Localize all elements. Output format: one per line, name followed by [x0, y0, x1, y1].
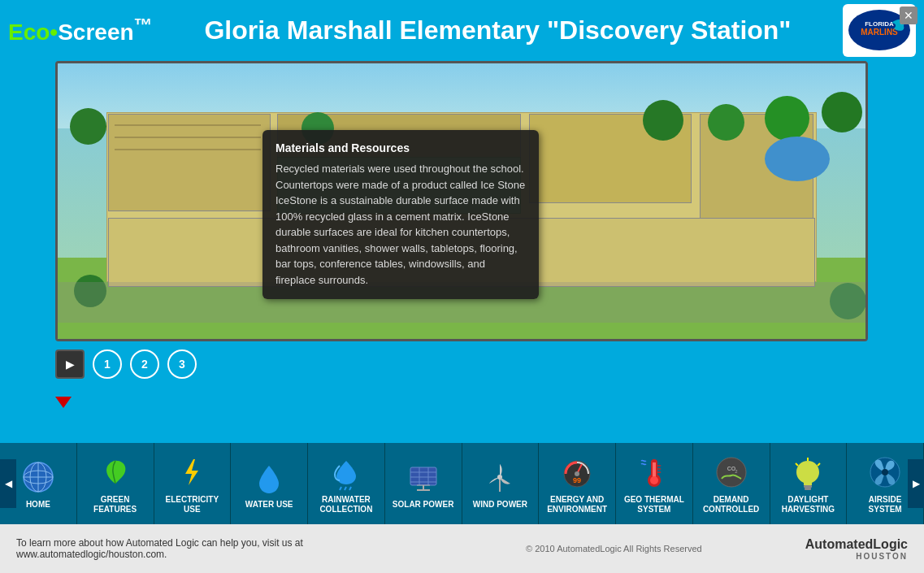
close-button[interactable]: ✕ [900, 7, 917, 24]
nav-wind[interactable]: WIND POWER [462, 443, 540, 524]
slide-1-button[interactable]: 1 [93, 349, 122, 379]
svg-line-10 [340, 487, 341, 490]
svg-point-44 [882, 469, 888, 475]
logo-tm: ™ [134, 15, 153, 36]
wind-turbine-icon [480, 458, 519, 497]
scroll-left-button[interactable]: ◀ [0, 459, 16, 508]
info-tooltip: Materials and Resources Recycled materia… [262, 130, 539, 299]
footer-info-text: To learn more about how Automated Logic … [16, 537, 423, 560]
logo-eco: Eco [8, 20, 50, 46]
svg-line-41 [796, 463, 798, 466]
logo-screen: Screen [58, 20, 133, 46]
lightbulb-icon [788, 453, 827, 492]
svg-marker-9 [185, 459, 198, 485]
svg-point-34 [650, 476, 658, 484]
thermometer-icon [635, 453, 674, 492]
footer: To learn more about how Automated Logic … [0, 524, 924, 573]
logo-area: Eco•Screen™ [8, 15, 153, 46]
nav-water-label: WATER USE [245, 500, 293, 510]
home-globe-icon [19, 458, 58, 497]
footer-copyright: © 2010 AutomatedLogic All Rights Reserve… [526, 544, 702, 553]
nav-wind-label: WIND POWER [473, 500, 527, 510]
play-button[interactable]: ▶ [55, 349, 85, 379]
nav-geothermal-label: GEO THERMALSYSTEM [624, 495, 684, 514]
bottom-navigation: ◀ HOME GREENFEATURES [0, 443, 924, 524]
nav-energy[interactable]: 99 ENERGY ANDENVIRONMENT [539, 443, 616, 524]
tooltip-title: Materials and Resources [275, 141, 526, 154]
slide-3-button[interactable]: 3 [167, 349, 197, 379]
svg-line-12 [349, 487, 351, 490]
leaf-icon [96, 453, 135, 492]
nav-demand-label: DEMANDCONTROLLED [703, 495, 759, 514]
selection-arrow [55, 397, 72, 408]
nav-green-label: GREENFEATURES [93, 495, 137, 514]
slide-2-button[interactable]: 2 [130, 349, 159, 379]
nav-daylight-label: DAYLIGHTHARVESTING [782, 495, 835, 514]
slideshow-controls: ▶ 1 2 3 [0, 341, 924, 386]
svg-rect-39 [805, 488, 811, 490]
water-drop-icon [249, 458, 288, 497]
nav-demand[interactable]: CO 2 DEMANDCONTROLLED [693, 443, 770, 524]
gauge-icon: 99 [557, 453, 596, 492]
fan-icon [865, 453, 904, 492]
scroll-right-button[interactable]: ▶ [908, 459, 924, 508]
logo: Eco•Screen™ [8, 15, 153, 46]
svg-text:FLORIDA: FLORIDA [865, 20, 894, 28]
nav-water[interactable]: WATER USE [231, 443, 308, 524]
nav-solar[interactable]: SOLAR POWER [385, 443, 462, 524]
nav-home-label: HOME [26, 500, 50, 510]
svg-point-35 [717, 458, 746, 487]
main-content: Materials and Resources Recycled materia… [55, 61, 868, 341]
nav-solar-label: SOLAR POWER [393, 500, 454, 510]
nav-electricity[interactable]: ELECTRICITYUSE [154, 443, 232, 524]
header: Eco•Screen™ Gloria Marshall Elementary "… [0, 0, 924, 61]
svg-rect-13 [410, 467, 436, 485]
svg-rect-38 [804, 485, 812, 488]
nav-green-features[interactable]: GREENFEATURES [77, 443, 154, 524]
page-title: Gloria Marshall Elementary "Discovery St… [153, 15, 843, 46]
footer-company-logo: AutomatedLogic HOUSTON [805, 537, 908, 561]
nav-airside-label: AIRSIDESYSTEM [869, 495, 902, 514]
nav-daylight[interactable]: DAYLIGHTHARVESTING [770, 443, 848, 524]
svg-text:99: 99 [573, 476, 581, 484]
nav-rainwater[interactable]: RAINWATERCOLLECTION [308, 443, 385, 524]
nav-energy-label: ENERGY ANDENVIRONMENT [547, 495, 607, 514]
nav-geothermal[interactable]: GEO THERMALSYSTEM [616, 443, 693, 524]
logo-dot: • [50, 20, 58, 46]
tooltip-text: Recycled materials were used throughout … [275, 161, 526, 288]
lightning-icon [172, 453, 211, 492]
svg-line-11 [345, 487, 346, 490]
rainwater-icon [327, 453, 366, 492]
svg-line-42 [818, 463, 820, 466]
nav-rainwater-label: RAINWATERCOLLECTION [319, 495, 372, 514]
nav-electricity-label: ELECTRICITYUSE [166, 495, 219, 514]
solar-panel-icon [404, 458, 443, 497]
co2-icon: CO 2 [712, 453, 751, 492]
svg-rect-30 [653, 462, 656, 477]
svg-text:MARLINS: MARLINS [861, 28, 898, 37]
